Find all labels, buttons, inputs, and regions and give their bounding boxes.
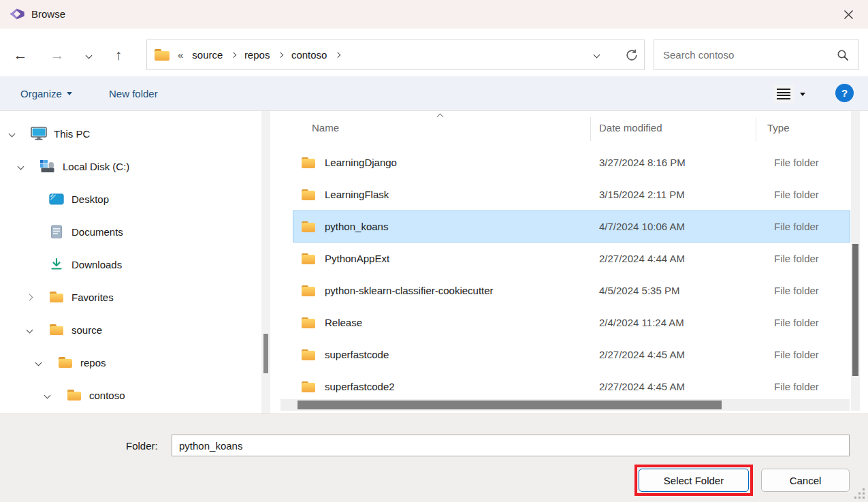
list-header: Name Date modified Type xyxy=(293,111,851,146)
folder-icon xyxy=(65,387,83,403)
arrow-up-icon: ↑ xyxy=(115,47,123,63)
column-divider[interactable] xyxy=(590,117,591,141)
column-header-name[interactable]: Name xyxy=(312,122,339,134)
scrollbar-thumb[interactable] xyxy=(298,401,722,409)
sidebar-scrollbar[interactable] xyxy=(261,111,270,413)
breadcrumb-segment-repos[interactable]: repos xyxy=(244,49,270,61)
expander[interactable] xyxy=(27,328,48,332)
select-folder-button[interactable]: Select Folder xyxy=(639,469,749,492)
organize-label: Organize xyxy=(20,88,62,99)
tree-item-contoso[interactable]: contoso xyxy=(0,379,260,411)
documents-icon xyxy=(48,223,65,240)
chevron-right-icon[interactable] xyxy=(278,52,283,58)
organize-button[interactable]: Organize xyxy=(20,76,72,110)
caret-down-icon xyxy=(800,93,805,96)
browse-dialog: Browse ← → ↑ « source repos contoso xyxy=(0,0,868,502)
list-view-icon xyxy=(773,85,794,103)
file-row[interactable]: superfastcode2 2/27/2024 4:45 AM File fo… xyxy=(293,371,850,403)
column-divider[interactable] xyxy=(756,117,756,141)
new-folder-button[interactable]: New folder xyxy=(109,76,158,110)
local-disk-icon xyxy=(39,158,57,174)
scrollbar-thumb[interactable] xyxy=(263,334,268,373)
tree-item-source[interactable]: source xyxy=(0,313,260,346)
content-area: This PC Local Disk (C: xyxy=(0,111,868,413)
tree-item-favorites[interactable]: Favorites xyxy=(0,281,260,313)
file-row[interactable]: LearningDjango 3/27/2024 8:16 PM File fo… xyxy=(293,146,850,178)
folder-label: Folder: xyxy=(126,440,158,452)
expander[interactable] xyxy=(45,393,65,398)
horizontal-scrollbar[interactable] xyxy=(280,399,850,411)
tree-item-local-disk-c[interactable]: Local Disk (C:) xyxy=(0,150,260,183)
dialog-footer: Folder: Select Folder Cancel xyxy=(0,413,868,502)
folder-name-input[interactable] xyxy=(172,435,850,456)
help-label: ? xyxy=(841,87,848,99)
folder-icon xyxy=(302,189,315,200)
expander[interactable] xyxy=(27,295,48,300)
column-header-date-modified[interactable]: Date modified xyxy=(599,122,662,134)
up-button[interactable]: ↑ xyxy=(106,43,131,67)
folder-icon xyxy=(48,289,65,305)
file-row[interactable]: superfastcode 2/27/2024 4:45 AM File fol… xyxy=(293,339,850,371)
close-button[interactable] xyxy=(834,3,863,26)
sort-ascending-icon xyxy=(437,114,444,121)
resize-grip[interactable] xyxy=(863,497,865,499)
folder-icon xyxy=(302,253,315,264)
window-title: Browse xyxy=(31,8,65,20)
folder-tree: This PC Local Disk (C: xyxy=(0,111,260,411)
search-icon[interactable] xyxy=(837,49,849,61)
search-box xyxy=(654,40,859,70)
caret-down-icon xyxy=(67,92,72,95)
change-view-button[interactable] xyxy=(769,82,809,106)
titlebar: Browse xyxy=(0,0,868,29)
folder-icon xyxy=(302,381,315,392)
tree-item-repos[interactable]: repos xyxy=(0,346,260,379)
tree-item-this-pc[interactable]: This PC xyxy=(0,117,260,150)
folder-icon xyxy=(155,49,170,61)
command-toolbar: Organize New folder ? xyxy=(0,76,868,111)
desktop-icon xyxy=(48,191,65,207)
tree-item-documents[interactable]: Documents xyxy=(0,215,260,248)
vertical-scrollbar[interactable] xyxy=(851,111,860,411)
chevron-down-icon xyxy=(35,359,42,366)
tree-item-downloads[interactable]: Downloads xyxy=(0,248,260,281)
folder-icon xyxy=(302,317,315,328)
breadcrumb-segment-source[interactable]: source xyxy=(192,49,223,61)
arrow-right-icon: → xyxy=(50,47,65,63)
expander[interactable] xyxy=(10,131,30,136)
expander[interactable] xyxy=(36,360,57,365)
navigation-bar: ← → ↑ « source repos contoso xyxy=(0,29,868,76)
scrollbar-thumb[interactable] xyxy=(852,244,858,376)
help-button[interactable]: ? xyxy=(835,84,854,102)
tree-item-desktop[interactable]: Desktop xyxy=(0,183,260,215)
file-row[interactable]: LearningFlask 3/15/2024 2:11 PM File fol… xyxy=(293,178,850,210)
breadcrumb-segment-contoso[interactable]: contoso xyxy=(291,49,327,61)
chevron-right-icon xyxy=(27,294,33,300)
forward-button[interactable]: → xyxy=(45,43,69,67)
file-row-selected[interactable]: python_koans 4/7/2024 10:06 AM File fold… xyxy=(293,210,850,242)
refresh-button[interactable] xyxy=(618,40,645,69)
file-row[interactable]: PythonAppExt 2/27/2024 4:44 AM File fold… xyxy=(293,242,850,274)
chevron-right-icon[interactable] xyxy=(335,52,340,58)
file-row[interactable]: python-sklearn-classifier-cookiecutter 4… xyxy=(293,274,850,307)
column-header-type[interactable]: Type xyxy=(767,122,790,134)
back-button[interactable]: ← xyxy=(8,43,33,67)
cancel-button[interactable]: Cancel xyxy=(761,469,850,492)
address-dropdown-button[interactable] xyxy=(583,40,610,69)
address-bar[interactable]: « source repos contoso xyxy=(146,40,645,70)
expander[interactable] xyxy=(18,164,39,169)
folder-icon xyxy=(57,354,74,371)
breadcrumb-overflow[interactable]: « xyxy=(178,49,183,61)
close-icon xyxy=(843,10,854,20)
chevron-down-icon xyxy=(44,392,51,398)
folder-icon xyxy=(302,349,315,360)
folder-tree-sidebar: This PC Local Disk (C: xyxy=(0,111,260,413)
folder-icon xyxy=(302,157,315,168)
chevron-down-icon xyxy=(9,130,16,137)
file-row[interactable]: Release 2/4/2024 11:24 AM File folder xyxy=(293,307,850,339)
file-list: Name Date modified Type LearningDjango 3… xyxy=(293,111,851,413)
search-input[interactable] xyxy=(654,40,858,69)
folder-icon xyxy=(48,321,65,338)
chevron-right-icon[interactable] xyxy=(231,52,236,58)
arrow-left-icon: ← xyxy=(14,47,28,63)
recent-locations-button[interactable] xyxy=(76,43,101,67)
